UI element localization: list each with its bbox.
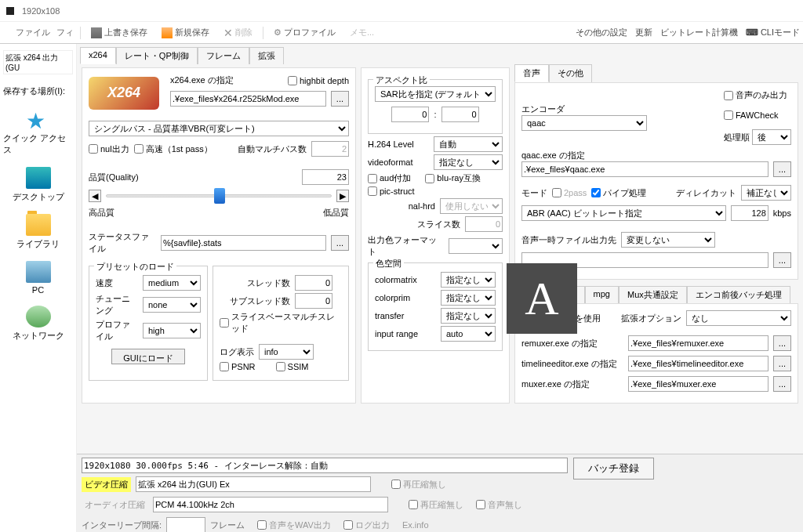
tab-x264[interactable]: x264 [80, 47, 116, 64]
no-recompress-audio-checkbox[interactable] [409, 500, 418, 509]
audio-compress-button[interactable]: オーディオ圧縮 [82, 498, 148, 512]
quality-input[interactable] [302, 169, 349, 185]
other-settings-link[interactable]: その他の設定 [576, 27, 627, 38]
tab-rate[interactable]: レート・QP制御 [116, 47, 198, 64]
sar-y-input[interactable] [441, 107, 479, 122]
psnr-checkbox[interactable] [220, 362, 229, 371]
audio-bitrate-input[interactable] [731, 205, 768, 221]
pic-struct-checkbox[interactable] [368, 186, 377, 196]
tab-audio[interactable]: 音声 [514, 64, 549, 82]
fawcheck-checkbox[interactable] [724, 110, 733, 120]
file-dialog-sidebar: 拡張 x264 出力(GU 保存する場所(I): ★クイック アクセス デスクト… [0, 44, 77, 532]
main-toolbar: ファイル フィ 上書き保存 新規保存 ✕削除 ⚙プロファイル メモ... その他… [0, 22, 803, 44]
new-save-button[interactable]: 新規保存 [158, 24, 213, 41]
audio-encoder-select[interactable]: qaac [521, 115, 647, 131]
videoformat-select[interactable]: 指定なし [434, 154, 503, 170]
tuning-select[interactable]: none [143, 297, 201, 313]
input-range-select[interactable]: auto [441, 326, 496, 342]
qaac-path-input[interactable] [521, 161, 768, 177]
pipe-checkbox[interactable] [591, 188, 601, 197]
tab-frame[interactable]: フレーム [198, 47, 249, 64]
qaac-browse-button[interactable]: ... [773, 161, 791, 177]
nul-output-checkbox[interactable] [89, 144, 98, 154]
bitrate-calc-link[interactable]: ビットレート計算機 [660, 27, 738, 38]
aspect-group: アスペクト比 SAR比を指定 (デフォルト) : [368, 79, 503, 134]
colorprim-select[interactable]: 指定なし [441, 290, 496, 306]
x264-exe-browse-button[interactable]: ... [331, 91, 349, 107]
no-audio-checkbox[interactable] [476, 500, 485, 509]
log-out-checkbox[interactable] [343, 520, 353, 530]
video-codec-input[interactable] [136, 476, 371, 492]
highbit-checkbox[interactable] [288, 76, 297, 85]
no-recompress-video-checkbox[interactable] [391, 480, 401, 489]
remuxer-browse-button[interactable]: ... [773, 335, 791, 351]
encode-mode-select[interactable]: シングルパス - 品質基準VBR(可変レート) [89, 121, 349, 136]
profile-select[interactable]: high [143, 323, 201, 338]
memo-button[interactable]: メモ... [346, 24, 378, 41]
audio-only-checkbox[interactable] [724, 91, 733, 100]
nalhrd-select[interactable]: 使用しない [440, 198, 503, 214]
tab-ext[interactable]: 拡張 [249, 47, 284, 64]
colormatrix-select[interactable]: 指定なし [441, 272, 496, 288]
quality-slider-thumb[interactable] [214, 188, 225, 204]
cli-mode-link[interactable]: ⌨ CLIモード [746, 27, 800, 38]
aspect-mode-select[interactable]: SAR比を指定 (デフォルト) [375, 86, 496, 102]
batch-register-button[interactable]: バッチ登録 [573, 458, 654, 480]
auto-multipass-input[interactable] [311, 141, 349, 157]
remuxer-path-input[interactable] [628, 335, 768, 351]
encode-status-input[interactable] [82, 458, 568, 473]
quality-slider-right[interactable]: ▶ [336, 190, 349, 202]
delete-button[interactable]: ✕削除 [220, 24, 256, 42]
timeline-browse-button[interactable]: ... [773, 356, 791, 371]
status-file-input[interactable] [161, 235, 326, 251]
sidebar-library[interactable]: ライブラリ [16, 214, 60, 250]
sidebar-desktop[interactable]: デスクトップ [13, 167, 64, 203]
sidebar-network[interactable]: ネットワーク [13, 306, 64, 342]
interleave-input[interactable] [166, 517, 205, 532]
audio-tmp-out-select[interactable]: 変更しない [621, 232, 715, 248]
menu-file[interactable]: ファイル [16, 27, 50, 38]
status-file-browse-button[interactable]: ... [331, 235, 349, 251]
menu-fi[interactable]: フィ [56, 27, 74, 38]
audio-order-select[interactable]: 後 [752, 129, 791, 145]
twopass-checkbox[interactable] [552, 188, 561, 197]
bluray-checkbox[interactable] [425, 174, 434, 183]
update-link[interactable]: 更新 [635, 27, 652, 38]
ssim-checkbox[interactable] [276, 362, 285, 371]
output-colorfmt-select[interactable] [449, 238, 503, 254]
video-compress-button[interactable]: ビデオ圧縮 [82, 477, 131, 492]
slices-input[interactable] [465, 216, 503, 232]
tab-enco-batch[interactable]: エンコ前後バッチ処理 [687, 286, 790, 303]
audio-bitrate-mode-select[interactable]: ABR (AAC) ビットレート指定 [521, 205, 726, 221]
log-select[interactable]: info [259, 344, 314, 360]
muxer-browse-button[interactable]: ... [773, 376, 791, 392]
quality-slider-left[interactable]: ◀ [89, 190, 101, 202]
timeline-path-input[interactable] [628, 356, 768, 371]
audio-tmp-browse-button[interactable]: ... [773, 252, 791, 268]
a-overlay-popup: A [507, 263, 577, 334]
h264-level-select[interactable]: 自動 [434, 136, 503, 152]
tab-mux-common[interactable]: Mux共通設定 [619, 286, 687, 303]
transfer-select[interactable]: 指定なし [441, 308, 496, 324]
tab-mpg[interactable]: mpg [585, 286, 619, 303]
audio-codec-input[interactable] [153, 497, 388, 512]
aud-checkbox[interactable] [368, 174, 377, 183]
sar-x-input[interactable] [391, 107, 429, 122]
fast-1stpass-checkbox[interactable] [134, 144, 144, 154]
gui-load-button[interactable]: GUIにロード [111, 349, 185, 364]
sidebar-quick-access[interactable]: ★クイック アクセス [3, 108, 73, 156]
slice-multi-checkbox[interactable] [220, 318, 229, 328]
speed-select[interactable]: medium [143, 275, 201, 291]
sidebar-pc[interactable]: PC [26, 261, 51, 295]
threads-input[interactable] [295, 275, 332, 291]
app-icon [6, 7, 14, 15]
delaycut-select[interactable]: 補正なし [741, 185, 791, 201]
muxer-path-input[interactable] [628, 376, 768, 392]
overwrite-save-button[interactable]: 上書き保存 [87, 24, 151, 41]
audio-wav-checkbox[interactable] [257, 520, 267, 530]
profile-button[interactable]: ⚙プロファイル [270, 24, 340, 41]
ext-opt-select[interactable]: なし [686, 310, 791, 326]
subthreads-input[interactable] [295, 293, 332, 309]
x264-exe-path-input[interactable] [170, 91, 326, 107]
tab-other[interactable]: その他 [549, 64, 592, 82]
